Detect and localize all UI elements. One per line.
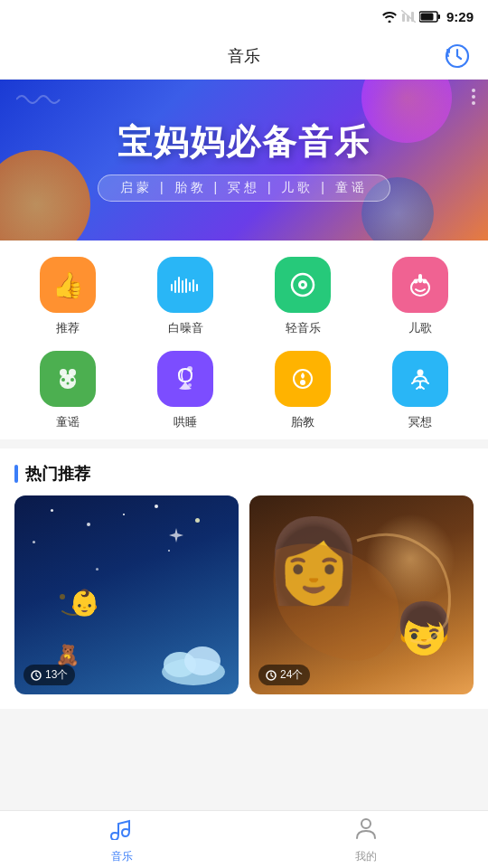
app-header: 音乐 xyxy=(0,33,488,80)
hot-card-badge-mother: 24个 xyxy=(258,665,310,685)
svg-rect-13 xyxy=(189,282,191,291)
status-bar: 9:29 xyxy=(0,0,488,33)
category-label-nursery: 童谣 xyxy=(56,414,80,430)
svg-point-26 xyxy=(61,378,65,382)
svg-rect-15 xyxy=(196,284,198,291)
svg-rect-10 xyxy=(178,277,180,293)
category-icon-prenatal xyxy=(275,351,331,407)
svg-point-30 xyxy=(188,383,192,387)
page-title: 音乐 xyxy=(228,45,260,67)
category-item-recommend[interactable]: 👍推荐 xyxy=(9,257,127,336)
category-icon-lightmusic xyxy=(275,257,331,313)
nav-label-mine: 我的 xyxy=(355,849,377,864)
svg-point-37 xyxy=(60,594,65,599)
status-icons xyxy=(381,10,441,23)
category-item-lightmusic[interactable]: 轻音乐 xyxy=(244,257,361,336)
svg-rect-0 xyxy=(402,14,405,22)
svg-point-32 xyxy=(300,380,305,385)
category-label-childsong: 儿歌 xyxy=(408,320,432,336)
hot-section-title: 热门推荐 xyxy=(25,463,90,485)
svg-rect-22 xyxy=(418,274,422,283)
category-label-whitenoise: 白噪音 xyxy=(168,320,203,336)
category-item-whitenoise[interactable]: 白噪音 xyxy=(127,257,244,336)
signal-icon xyxy=(401,10,416,23)
nav-item-music[interactable]: 音乐 xyxy=(0,815,244,864)
svg-rect-6 xyxy=(420,13,433,20)
clock-icon xyxy=(445,43,470,69)
category-grid: 👍推荐 白噪音 轻音乐 儿歌 xyxy=(0,241,488,439)
category-item-nursery[interactable]: 童谣 xyxy=(9,351,127,430)
banner[interactable]: 宝妈妈必备音乐 启蒙 | 胎教 | 冥想 | 儿歌 | 童谣 xyxy=(0,80,488,241)
svg-rect-8 xyxy=(171,284,173,291)
bottom-navigation: 音乐 我的 xyxy=(0,810,488,868)
category-icon-recommend: 👍 xyxy=(40,257,96,313)
svg-point-20 xyxy=(414,279,418,284)
svg-rect-9 xyxy=(174,280,176,293)
category-label-recommend: 推荐 xyxy=(56,320,80,336)
category-icon-meditation xyxy=(392,351,448,407)
mother-scene: 👩 👦 24个 xyxy=(249,495,474,694)
svg-rect-14 xyxy=(192,279,194,292)
category-icon-childsong xyxy=(392,257,448,313)
svg-point-21 xyxy=(423,279,427,284)
svg-point-23 xyxy=(60,374,76,389)
banner-wave xyxy=(16,90,61,112)
category-label-prenatal: 胎教 xyxy=(291,414,314,430)
svg-point-33 xyxy=(418,370,424,376)
svg-rect-5 xyxy=(437,14,440,19)
category-icon-nursery xyxy=(40,351,96,407)
section-bar-indicator xyxy=(14,465,18,483)
banner-dots xyxy=(472,89,475,105)
hot-card-badge-moon: 13个 xyxy=(23,665,75,685)
svg-point-44 xyxy=(361,819,371,828)
moon-scene: 👶 🧸 13个 xyxy=(14,495,239,694)
category-item-meditation[interactable]: 冥想 xyxy=(361,351,479,430)
svg-rect-12 xyxy=(185,278,187,293)
baby-icon: 👶 xyxy=(69,588,100,618)
nav-label-music: 音乐 xyxy=(111,849,133,864)
hot-card-sleep[interactable]: 👶 🧸 13个 xyxy=(14,495,239,694)
category-icon-whitenoise xyxy=(157,257,213,313)
category-item-childsong[interactable]: 儿歌 xyxy=(361,257,479,336)
svg-point-27 xyxy=(70,378,74,382)
svg-rect-11 xyxy=(182,280,183,293)
banner-subtitle: 启蒙 | 胎教 | 冥想 | 儿歌 | 童谣 xyxy=(98,175,390,202)
svg-point-25 xyxy=(69,369,76,376)
svg-point-24 xyxy=(60,369,67,376)
nav-item-mine[interactable]: 我的 xyxy=(244,815,488,864)
category-label-lightmusic: 轻音乐 xyxy=(286,320,321,336)
svg-point-18 xyxy=(301,283,305,287)
banner-decor-blob2 xyxy=(361,80,452,143)
nav-icon-music xyxy=(109,815,135,846)
category-item-lullaby[interactable]: 哄睡 xyxy=(127,351,244,430)
svg-point-28 xyxy=(67,382,70,385)
nav-icon-mine xyxy=(353,815,379,846)
banner-title: 宝妈妈必备音乐 xyxy=(117,119,371,165)
category-icon-lullaby xyxy=(157,351,213,407)
svg-point-41 xyxy=(184,646,221,675)
hot-section-header: 热门推荐 xyxy=(0,448,488,495)
battery-icon xyxy=(419,11,441,23)
category-label-meditation: 冥想 xyxy=(408,414,432,430)
category-label-lullaby: 哄睡 xyxy=(174,414,197,430)
banner-decor-blob1 xyxy=(0,150,90,241)
history-button[interactable] xyxy=(441,40,474,72)
status-time: 9:29 xyxy=(446,9,474,24)
svg-point-29 xyxy=(187,366,192,372)
hot-card-mother[interactable]: 👩 👦 24个 xyxy=(249,495,474,694)
hot-recommendations-grid: 👶 🧸 13个 xyxy=(0,495,488,709)
category-item-prenatal[interactable]: 胎教 xyxy=(244,351,361,430)
wifi-icon xyxy=(381,10,398,23)
